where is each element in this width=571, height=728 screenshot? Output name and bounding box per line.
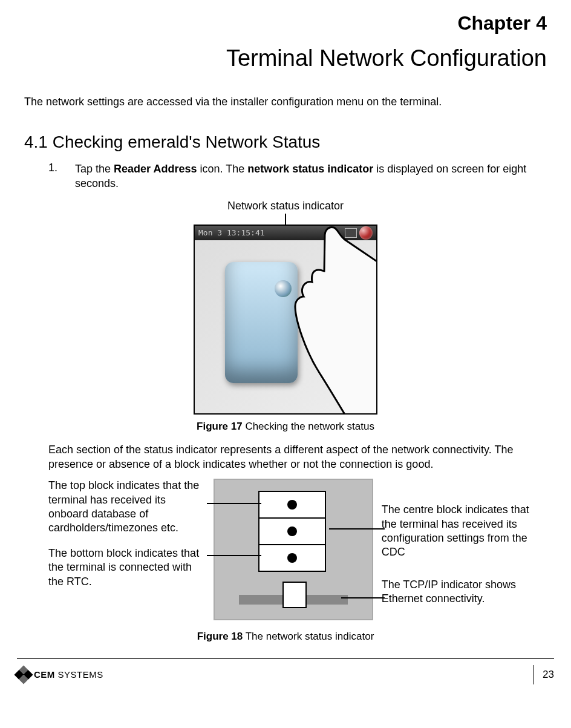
logo-mark-icon: [14, 665, 33, 684]
figure18-image: [214, 479, 373, 620]
callout-tcpip: The TCP/IP indicator shows Ethernet conn…: [382, 578, 547, 606]
paragraph: Each section of the status indicator rep…: [48, 442, 547, 472]
tcp-plug-icon: [282, 582, 307, 608]
callout-bottom-block: The bottom block indicates that the term…: [48, 546, 208, 589]
cem-systems-logo: CEM SYSTEMS: [17, 668, 103, 681]
figure18-caption: Figure 18 The network status indicator: [24, 631, 547, 643]
cap-t: The network status indicator: [243, 631, 374, 642]
hand-pointing-icon: [261, 225, 377, 415]
t-bold: network status indicator: [247, 163, 373, 175]
cap-t: Checking the network status: [243, 421, 374, 432]
lead-line: [207, 555, 261, 556]
chapter-label: Chapter 4: [24, 12, 547, 34]
callout-centre-block: The centre block indicates that the term…: [382, 503, 547, 560]
logo-text-systems: SYSTEMS: [55, 669, 103, 680]
chapter-title: Terminal Network Configuration: [24, 45, 547, 71]
step-text: Tap the Reader Address icon. The network…: [75, 162, 547, 191]
cap-b: Figure 18: [197, 631, 243, 642]
indicator-stack-icon: [258, 491, 326, 572]
section-heading: 4.1 Checking emerald's Network Status: [24, 133, 547, 152]
figure17-callout-label: Network status indicator: [227, 200, 344, 212]
status-time: Mon 3 13:15:41: [198, 228, 265, 237]
lead-line: [207, 503, 261, 504]
callout-line: [285, 214, 286, 225]
figure17-image: Mon 3 13:15:41: [194, 225, 377, 415]
step-1: 1. Tap the Reader Address icon. The netw…: [48, 162, 547, 191]
bottom-block-icon: [258, 545, 326, 572]
t: Tap the: [75, 163, 114, 175]
centre-block-icon: [258, 519, 326, 545]
t: icon. The: [197, 163, 247, 175]
cap-b: Figure 17: [197, 421, 243, 432]
lead-line: [329, 528, 385, 530]
step-number: 1.: [48, 162, 63, 191]
lead-line: [341, 597, 385, 598]
figure17-caption: Figure 17 Checking the network status: [197, 421, 374, 433]
t-bold: Reader Address: [114, 163, 197, 175]
intro-text: The network settings are accessed via th…: [24, 96, 547, 108]
top-block-icon: [258, 491, 326, 519]
page-number: 23: [533, 665, 554, 684]
page-footer: CEM SYSTEMS 23: [0, 659, 571, 693]
callout-top-block: The top block indicates that the termina…: [48, 479, 208, 536]
figure18-row: The top block indicates that the termina…: [48, 479, 547, 624]
logo-text-cem: CEM: [34, 669, 55, 680]
